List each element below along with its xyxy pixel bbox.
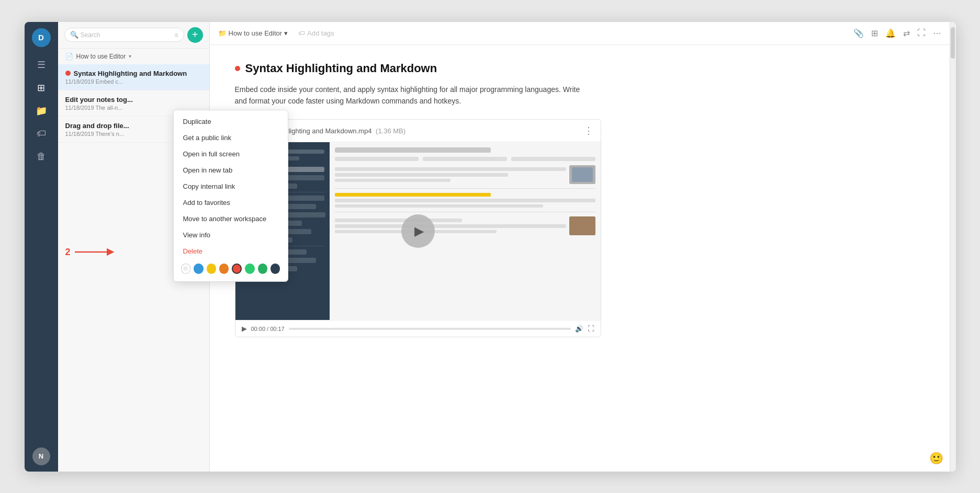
video-embed: ▶ Syntax highlighting and Markdown.mp4 (… — [235, 119, 601, 337]
scrollbar[interactable] — [950, 22, 956, 472]
note-title-dot — [235, 66, 240, 71]
video-header: ▶ Syntax highlighting and Markdown.mp4 (… — [235, 120, 601, 142]
context-menu-open-tab[interactable]: Open in new tab — [174, 162, 288, 178]
more-options-icon[interactable]: ⋯ — [933, 28, 941, 38]
video-volume[interactable]: 🔊 — [575, 325, 583, 333]
search-bar[interactable]: 🔍 Search ≡ — [64, 28, 184, 42]
app-window: D ☰ ⊞ 📁 🏷 🗑 N 🔍 Search ≡ + 📄 How to use … — [25, 22, 956, 472]
context-menu-open-fullscreen[interactable]: Open in full screen — [174, 146, 288, 162]
color-green-light[interactable] — [245, 263, 254, 274]
note-title-text: Syntax Highlighting and Markdown — [245, 62, 437, 75]
workspace-chevron: ▾ — [129, 53, 131, 59]
color-yellow[interactable] — [207, 263, 216, 274]
tags-area[interactable]: 🏷 Add tags — [298, 29, 334, 37]
note-title-2: Edit your notes tog... — [65, 96, 202, 104]
sidebar-tag-icon[interactable]: 🏷 — [32, 124, 51, 143]
notes-panel-header: 🔍 Search ≡ + — [58, 22, 209, 49]
editor-content: 1 Syntax Highlighting and Markdown Embed… — [210, 45, 950, 472]
video-play-control[interactable]: ▶ — [242, 325, 247, 333]
workspace-icon: 📄 — [65, 53, 73, 60]
color-dark-blue[interactable] — [271, 263, 280, 274]
bottom-avatar[interactable]: N — [32, 448, 50, 465]
color-green[interactable] — [258, 263, 267, 274]
context-menu-duplicate[interactable]: Duplicate — [174, 113, 288, 130]
search-placeholder: Search — [81, 31, 100, 39]
workspace-row: 📄 How to use Editor ▾ — [58, 49, 209, 64]
breadcrumb-arrow: ▾ — [284, 29, 288, 37]
annotation-2: 2 — [65, 247, 71, 258]
emoji-button[interactable]: 🙂 — [929, 452, 943, 465]
video-controls: ▶ 00:00 / 00:17 🔊 ⛶ — [235, 320, 601, 337]
play-button[interactable]: ▶ — [401, 214, 435, 248]
context-menu-delete[interactable]: Delete — [174, 243, 288, 259]
notifications-icon[interactable]: 🔔 — [885, 28, 896, 38]
video-thumbnail: ▶ — [235, 142, 601, 320]
sidebar-menu-icon[interactable]: ☰ — [32, 55, 51, 74]
context-menu: Duplicate Get a public link Open in full… — [173, 110, 288, 282]
context-menu-view-info[interactable]: View info — [174, 227, 288, 243]
fullscreen-icon[interactable]: ⛶ — [917, 28, 926, 38]
color-none[interactable]: ⊘ — [181, 263, 191, 274]
filter-icon: ≡ — [174, 31, 178, 39]
color-red[interactable] — [232, 263, 242, 274]
sidebar-trash-icon[interactable]: 🗑 — [32, 147, 51, 166]
video-inner-ui: ▶ — [235, 142, 601, 320]
grid-view-icon[interactable]: ⊞ — [871, 28, 878, 38]
context-menu-move[interactable]: Move to another workspace — [174, 211, 288, 227]
video-time: 00:00 / 00:17 — [251, 326, 285, 332]
sidebar-grid-icon[interactable]: ⊞ — [32, 78, 51, 97]
color-picker-row: ⊘ — [174, 259, 288, 278]
video-more-icon[interactable]: ⋮ — [584, 125, 593, 136]
share-icon[interactable]: ⇄ — [903, 28, 910, 38]
breadcrumb: 📁 How to use Editor ▾ — [218, 29, 288, 37]
video-main-mock: ▶ — [330, 142, 601, 320]
tags-icon: 🏷 — [298, 29, 305, 37]
note-item-1[interactable]: Syntax Highlighting and Markdown 11/18/2… — [58, 64, 209, 90]
workspace-label: How to use Editor — [76, 53, 126, 60]
video-fullscreen-control[interactable]: ⛶ — [588, 325, 594, 333]
play-icon: ▶ — [414, 224, 424, 238]
note-dot-1 — [65, 71, 71, 76]
editor-topbar: 📁 How to use Editor ▾ 🏷 Add tags 📎 ⊞ 🔔 ⇄… — [210, 22, 950, 45]
avatar[interactable]: D — [32, 28, 51, 47]
tags-label: Add tags — [307, 29, 334, 37]
notes-panel: 🔍 Search ≡ + 📄 How to use Editor ▾ Synta… — [58, 22, 210, 472]
topbar-right: 📎 ⊞ 🔔 ⇄ ⛶ ⋯ — [853, 28, 941, 38]
video-filename: Syntax highlighting and Markdown.mp4 (1.… — [253, 127, 580, 135]
breadcrumb-label[interactable]: How to use Editor — [229, 29, 283, 37]
context-menu-copy-link[interactable]: Copy internal link — [174, 178, 288, 194]
video-progress-bar[interactable] — [289, 328, 571, 330]
attach-icon[interactable]: 📎 — [853, 28, 864, 38]
sidebar: D ☰ ⊞ 📁 🏷 🗑 N — [25, 22, 58, 472]
color-blue[interactable] — [194, 263, 203, 274]
main-area: 📁 How to use Editor ▾ 🏷 Add tags 📎 ⊞ 🔔 ⇄… — [210, 22, 950, 472]
breadcrumb-icon: 📁 — [218, 29, 227, 37]
sidebar-folder-icon[interactable]: 📁 — [32, 101, 51, 120]
note-body-text: Embed code inside your content, and appl… — [235, 84, 591, 107]
context-menu-favorites[interactable]: Add to favorites — [174, 194, 288, 211]
note-meta-1: 11/18/2019 Embed c... — [65, 78, 202, 85]
add-note-button[interactable]: + — [187, 27, 203, 43]
note-editor-title: Syntax Highlighting and Markdown — [235, 62, 925, 75]
search-icon: 🔍 — [70, 31, 78, 39]
color-orange[interactable] — [219, 263, 229, 274]
context-menu-public-link[interactable]: Get a public link — [174, 130, 288, 146]
note-title-1: Syntax Highlighting and Markdown — [65, 70, 202, 77]
